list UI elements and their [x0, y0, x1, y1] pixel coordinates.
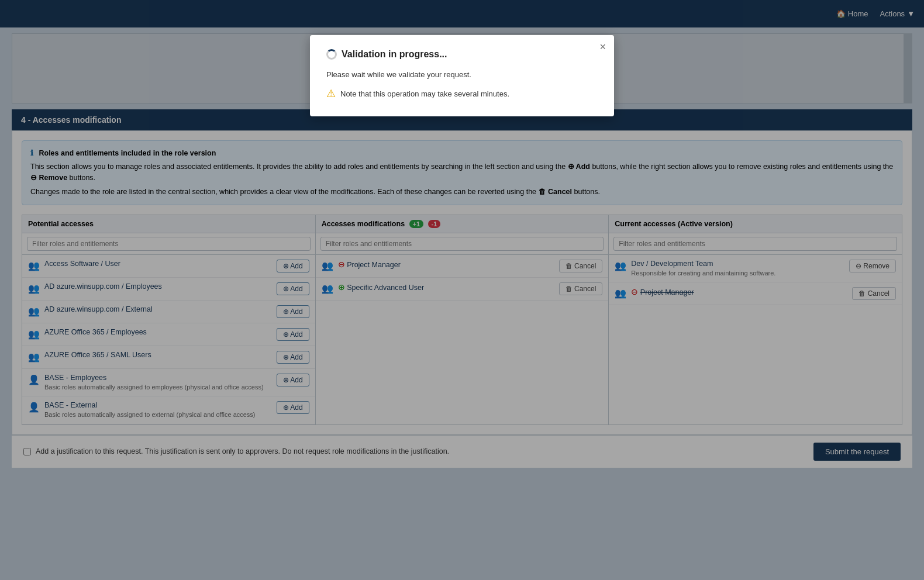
modal-overlay: × Validation in progress... Please wait … [0, 0, 924, 580]
modal-title: Validation in progress... [326, 49, 598, 60]
warning-icon: ⚠ [326, 87, 336, 100]
modal-warning-text: Note that this operation may take severa… [340, 89, 509, 98]
validation-modal: × Validation in progress... Please wait … [310, 35, 614, 116]
loading-spinner [326, 49, 337, 60]
modal-title-text: Validation in progress... [342, 49, 447, 60]
modal-close-button[interactable]: × [599, 41, 606, 53]
modal-message: Please wait while we validate your reque… [326, 70, 598, 79]
modal-warning: ⚠ Note that this operation may take seve… [326, 87, 598, 100]
